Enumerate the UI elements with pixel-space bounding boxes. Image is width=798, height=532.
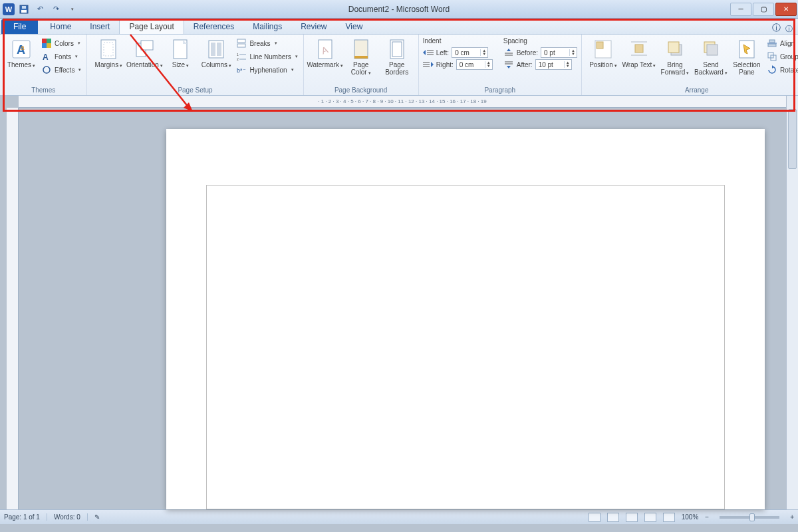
group-page-background: AWatermark Page Color Page Borders Page … <box>304 35 419 95</box>
svg-text:A: A <box>43 53 49 61</box>
statusbar: Page: 1 of 1 Words: 0 ✎ 100% − + <box>0 509 798 524</box>
ribbon-minimize-icon[interactable]: ⓘ <box>772 22 781 34</box>
svg-text:a: a <box>21 44 25 51</box>
document-page[interactable] <box>166 129 765 509</box>
window-title: Document2 - Microsoft Word <box>0 5 798 14</box>
colors-icon <box>41 38 52 49</box>
align-icon <box>767 38 777 49</box>
selection-pane-button[interactable]: Selection Pane <box>730 36 764 76</box>
svg-line-58 <box>130 35 189 108</box>
fonts-button[interactable]: AFonts <box>40 51 82 63</box>
group-button[interactable]: Group <box>765 51 798 63</box>
themes-icon: Aa <box>11 39 32 60</box>
svg-rect-30 <box>354 56 368 59</box>
tab-insert[interactable]: Insert <box>80 19 119 34</box>
themes-button[interactable]: Aa Themes <box>4 36 39 68</box>
save-icon[interactable] <box>17 3 31 16</box>
wrap-text-button[interactable]: Wrap Text <box>622 36 656 68</box>
watermark-icon: A <box>315 39 336 60</box>
proofing-icon[interactable]: ✎ <box>94 513 100 521</box>
view-full-screen-button[interactable] <box>607 513 619 522</box>
svg-text:2: 2 <box>237 57 239 61</box>
breaks-button[interactable]: Breaks <box>235 37 299 49</box>
indent-right-input[interactable]: 0 cm▲▼ <box>456 59 493 70</box>
effects-icon <box>41 65 52 75</box>
app-icon: W <box>3 3 15 15</box>
tab-home[interactable]: Home <box>41 19 80 34</box>
spacing-before-icon <box>503 49 514 57</box>
effects-button[interactable]: Effects <box>40 64 82 76</box>
rotate-icon <box>767 65 777 75</box>
page-borders-button[interactable]: Page Borders <box>380 36 414 76</box>
svg-rect-1 <box>21 10 27 13</box>
zoom-in-button[interactable]: + <box>790 513 794 521</box>
svg-rect-18 <box>211 43 215 56</box>
group-icon <box>767 51 777 62</box>
svg-rect-45 <box>635 45 643 53</box>
selection-pane-icon <box>736 39 757 60</box>
line-numbers-button[interactable]: 12Line Numbers <box>235 51 299 63</box>
maximize-button[interactable]: ▢ <box>753 3 774 16</box>
svg-rect-8 <box>42 43 47 48</box>
zoom-out-button[interactable]: − <box>705 513 709 521</box>
vertical-scrollbar[interactable] <box>786 96 798 509</box>
help-icon[interactable]: ⓘ <box>785 24 793 34</box>
svg-point-11 <box>43 66 50 73</box>
svg-rect-19 <box>217 43 221 56</box>
watermark-button[interactable]: AWatermark <box>308 36 342 68</box>
view-print-layout-button[interactable] <box>589 513 600 522</box>
page-color-button[interactable]: Page Color <box>344 36 378 76</box>
send-backward-button[interactable]: Send Backward <box>694 36 728 76</box>
tab-mailings[interactable]: Mailings <box>243 19 291 34</box>
bring-forward-button[interactable]: Bring Forward <box>658 36 692 76</box>
group-arrange: Position Wrap Text Bring Forward Send Ba… <box>582 35 798 95</box>
tab-file[interactable]: File <box>1 19 38 34</box>
svg-rect-51 <box>707 45 718 55</box>
svg-rect-29 <box>354 40 368 59</box>
columns-button[interactable]: Columns <box>199 36 233 68</box>
view-web-layout-button[interactable] <box>626 513 638 522</box>
minimize-button[interactable]: ─ <box>730 3 751 16</box>
svg-rect-55 <box>768 44 776 47</box>
hyphenation-button[interactable]: bᵃ⁻Hyphenation <box>235 64 299 76</box>
group-paragraph: Indent Left:0 cm▲▼ Right:0 cm▲▼ Spacing … <box>419 35 582 95</box>
zoom-slider[interactable] <box>720 516 779 519</box>
fonts-icon: A <box>41 51 52 62</box>
indent-left-icon <box>423 49 434 57</box>
group-themes: Aa Themes Colors AFonts Effects Themes <box>0 35 87 95</box>
indent-left-input[interactable]: 0 cm▲▼ <box>452 47 488 58</box>
position-icon <box>593 39 614 60</box>
qat-customize-icon[interactable] <box>65 3 78 16</box>
page-color-icon <box>350 39 372 60</box>
annotation-arrow <box>118 31 198 113</box>
svg-rect-49 <box>668 42 679 53</box>
vertical-ruler[interactable] <box>7 108 19 509</box>
align-button[interactable]: Align <box>765 37 798 49</box>
bring-forward-icon <box>664 39 686 60</box>
svg-rect-9 <box>47 43 51 48</box>
zoom-level[interactable]: 100% <box>682 513 699 521</box>
titlebar: W ↶ ↷ Document2 - Microsoft Word ─ ▢ ✕ <box>0 0 798 19</box>
redo-icon[interactable]: ↷ <box>49 3 63 16</box>
document-area: · 1 · 2 · 3 · 4 · 5 · 6 · 7 · 8 · 9 · 10… <box>0 96 798 509</box>
status-page[interactable]: Page: 1 of 1 <box>4 513 47 521</box>
svg-rect-2 <box>22 6 26 9</box>
tab-review[interactable]: Review <box>291 19 336 34</box>
svg-text:bᵃ⁻: bᵃ⁻ <box>237 67 246 74</box>
colors-button[interactable]: Colors <box>40 37 82 49</box>
view-draft-button[interactable] <box>663 513 675 522</box>
close-button[interactable]: ✕ <box>775 3 797 16</box>
indent-heading: Indent <box>423 37 493 45</box>
view-outline-button[interactable] <box>644 513 656 522</box>
page-margin-guides <box>206 185 725 509</box>
spacing-before-input[interactable]: 0 pt▲▼ <box>541 47 577 58</box>
spacing-heading: Spacing <box>503 37 577 45</box>
undo-icon[interactable]: ↶ <box>33 3 47 16</box>
position-button[interactable]: Position <box>586 36 620 68</box>
tab-view[interactable]: View <box>336 19 372 34</box>
svg-rect-44 <box>597 42 603 49</box>
rotate-button[interactable]: Rotate <box>765 64 798 76</box>
svg-rect-21 <box>237 44 245 47</box>
spacing-after-input[interactable]: 10 pt▲▼ <box>535 59 572 70</box>
status-words[interactable]: Words: 0 <box>54 513 88 521</box>
